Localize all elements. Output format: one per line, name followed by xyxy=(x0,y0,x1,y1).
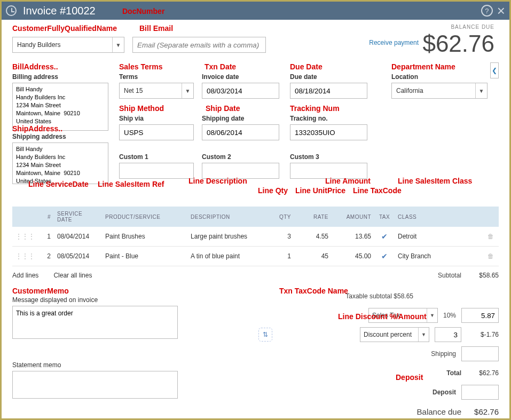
balance-due-tot-label: Balance due xyxy=(417,407,461,416)
invoice-date-input[interactable] xyxy=(202,83,279,99)
chevron-down-icon[interactable]: ▼ xyxy=(418,328,429,342)
cell-rate[interactable]: 4.55 xyxy=(294,227,332,247)
tracking-input[interactable] xyxy=(290,124,367,140)
table-row[interactable]: ⋮⋮⋮ 2 08/05/2014 Paint - Blue A tin of b… xyxy=(12,247,499,266)
annot-lineunit: Line UnitPrice xyxy=(295,186,345,195)
shipdate-label: Shipping date xyxy=(202,115,279,122)
trash-icon[interactable]: 🗑 xyxy=(483,247,499,266)
col-tax: TAX xyxy=(374,207,395,227)
receive-payment-link[interactable]: Receive payment xyxy=(369,39,419,46)
cell-desc[interactable]: A tin of blue paint xyxy=(187,247,268,266)
annot-dept: Department Name xyxy=(391,62,455,71)
col-num: # xyxy=(38,207,54,227)
annot-lineitem: Line SalesItem Ref xyxy=(98,180,164,188)
custom3-input[interactable] xyxy=(290,163,367,179)
due-date-input[interactable] xyxy=(290,83,367,99)
col-rate: RATE xyxy=(294,207,332,227)
cell-qty[interactable]: 1 xyxy=(268,247,294,266)
shipping-address-input[interactable] xyxy=(12,142,108,184)
billing-address-input[interactable] xyxy=(12,83,108,131)
cell-tax[interactable]: ✔ xyxy=(374,247,395,266)
location-label: Location xyxy=(391,73,488,81)
close-icon[interactable]: × xyxy=(497,3,505,19)
collapse-toggle[interactable]: ❮ xyxy=(490,62,499,78)
discount-pct-input[interactable] xyxy=(435,327,461,342)
cell-desc[interactable]: Large paint brushes xyxy=(187,227,268,247)
billing-address-label: Billing address xyxy=(12,73,108,81)
memo-label: Message displayed on invoice xyxy=(12,296,178,304)
custom3-label: Custom 3 xyxy=(290,153,367,161)
total-label: Total xyxy=(446,369,461,377)
annot-shipdate: Ship Date xyxy=(206,104,240,113)
cell-tax[interactable]: ✔ xyxy=(374,227,395,247)
subtotal-label: Subtotal xyxy=(438,272,461,279)
cell-svc[interactable]: 08/05/2014 xyxy=(54,247,102,266)
tracking-label: Tracking no. xyxy=(290,115,367,122)
annot-duedate: Due Date xyxy=(290,62,323,71)
cell-qty[interactable]: 3 xyxy=(268,227,294,247)
chevron-down-icon[interactable]: ▼ xyxy=(475,83,487,98)
tax-select[interactable]: Sales Tax▼ xyxy=(368,308,438,323)
cell-prod[interactable]: Paint Brushes xyxy=(102,227,187,247)
cell-class[interactable]: City Branch xyxy=(395,247,483,266)
cell-class[interactable]: Detroit xyxy=(395,227,483,247)
annot-txndate: Txn Date xyxy=(205,62,236,71)
email-input[interactable] xyxy=(132,37,266,53)
custom1-input[interactable] xyxy=(119,163,194,179)
chevron-down-icon[interactable]: ▼ xyxy=(112,37,124,52)
table-row[interactable]: ⋮⋮⋮ 1 08/04/2014 Paint Brushes Large pai… xyxy=(12,227,499,247)
help-icon[interactable]: ? xyxy=(481,5,493,17)
annot-shipmethod: Ship Method xyxy=(119,104,164,113)
shipvia-input[interactable] xyxy=(119,124,194,140)
customer-select[interactable]: Handy Builders ▼ xyxy=(12,37,124,53)
annot-lineqty: Line Qty xyxy=(258,186,288,195)
cell-rate[interactable]: 45 xyxy=(294,247,332,266)
cell-amt[interactable]: 13.65 xyxy=(332,227,374,247)
terms-label: Terms xyxy=(119,73,194,81)
cell-svc[interactable]: 08/04/2014 xyxy=(54,227,102,247)
shipping-input[interactable] xyxy=(461,346,499,361)
col-desc: DESCRIPTION xyxy=(187,207,268,227)
deposit-label: Deposit xyxy=(433,389,456,396)
invoice-date-label: Invoice date xyxy=(202,73,279,81)
line-items-table: # SERVICE DATE PRODUCT/SERVICE DESCRIPTI… xyxy=(12,207,499,266)
check-icon: ✔ xyxy=(381,252,388,260)
annot-custname: CustomerFullyQualifiedName xyxy=(12,24,117,33)
drag-handle-icon[interactable]: ⋮⋮⋮ xyxy=(12,247,38,266)
history-icon[interactable] xyxy=(6,5,17,16)
balance-due-amount: $62.76 xyxy=(422,30,494,57)
tax-amount-input[interactable] xyxy=(461,308,499,323)
shipdate-input[interactable] xyxy=(202,124,279,140)
custom1-label: Custom 1 xyxy=(119,153,194,161)
custom2-input[interactable] xyxy=(202,163,279,179)
annot-billemail: Bill Email xyxy=(139,24,173,33)
memo-input[interactable] xyxy=(12,306,178,339)
cell-amt[interactable]: 45.00 xyxy=(332,247,374,266)
annot-tracking: Tracking Num xyxy=(290,104,340,113)
total-value: $62.76 xyxy=(467,369,499,377)
col-qty: QTY xyxy=(268,207,294,227)
swap-icon[interactable]: ⇅ xyxy=(258,328,272,342)
taxable-label: Taxable subtotal xyxy=(345,292,392,300)
annot-linetax: Line TaxCode xyxy=(353,186,402,195)
add-lines-button[interactable]: Add lines xyxy=(12,272,38,279)
location-select[interactable]: California▼ xyxy=(391,83,488,99)
chevron-down-icon[interactable]: ▼ xyxy=(427,308,437,322)
deposit-input[interactable] xyxy=(461,385,499,400)
annot-billaddr: BillAddress.. xyxy=(12,62,58,71)
clear-lines-button[interactable]: Clear all lines xyxy=(53,272,92,279)
check-icon: ✔ xyxy=(381,232,388,241)
chevron-down-icon[interactable]: ▼ xyxy=(182,83,193,98)
col-product: PRODUCT/SERVICE xyxy=(102,207,187,227)
shipping-address-label: Shipping address xyxy=(12,133,108,140)
cell-prod[interactable]: Paint - Blue xyxy=(102,247,187,266)
trash-icon[interactable]: 🗑 xyxy=(483,227,499,247)
annot-salesterms: Sales Terms xyxy=(119,62,162,71)
balance-due-tot-value: $62.76 xyxy=(467,407,499,416)
balance-due-label: BALANCE DUE xyxy=(451,24,494,30)
terms-select[interactable]: Net 15▼ xyxy=(119,83,194,99)
col-svcdate: SERVICE DATE xyxy=(54,207,102,227)
discount-select[interactable]: Discount percent▼ xyxy=(360,327,429,342)
stmt-memo-input[interactable] xyxy=(12,371,178,399)
drag-handle-icon[interactable]: ⋮⋮⋮ xyxy=(12,227,38,247)
